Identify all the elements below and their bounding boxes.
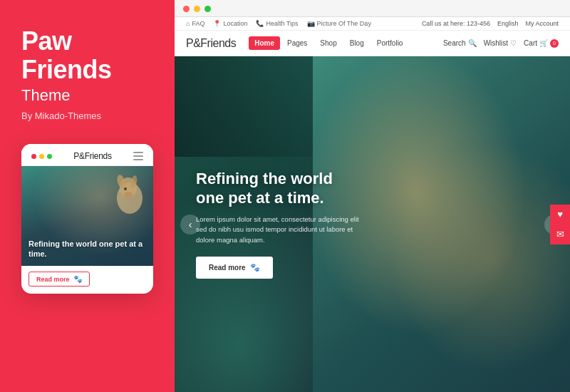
dog-svg <box>108 173 147 244</box>
language-selector[interactable]: English <box>497 20 519 27</box>
browser-dot-yellow <box>194 6 200 12</box>
nav-link-blog[interactable]: Blog <box>344 36 370 50</box>
phone-icon: 📞 <box>256 20 264 27</box>
svg-point-5 <box>124 192 133 197</box>
mobile-preview: P&Friends Refining the world one <box>21 144 153 294</box>
mobile-hero-text: Refining the world one pet at a time. <box>21 239 153 267</box>
mobile-read-more-button[interactable]: Read more 🐾 <box>28 272 90 287</box>
side-icons: ♥ ✉ <box>550 205 570 244</box>
chevron-left-icon: ‹ <box>189 219 192 230</box>
mobile-dog-image <box>108 173 147 244</box>
hero-paw-icon: 🐾 <box>250 263 260 272</box>
wishlist-label: Wishlist <box>484 39 508 47</box>
search-group[interactable]: Search 🔍 <box>443 39 477 47</box>
cart-badge: 0 <box>550 39 559 48</box>
wishlist-group[interactable]: Wishlist ♡ <box>484 39 517 47</box>
website-preview: ⌂ FAQ 📍 Location 📞 Health Tips 📷 Picture… <box>175 17 570 392</box>
site-logo[interactable]: P&Friends <box>186 37 236 50</box>
browser-chrome <box>175 0 570 17</box>
right-panel: ⌂ FAQ 📍 Location 📞 Health Tips 📷 Picture… <box>175 0 570 392</box>
location-icon: 📍 <box>213 20 221 27</box>
side-heart-icon[interactable]: ♥ <box>550 205 570 225</box>
slider-prev-button[interactable]: ‹ <box>180 215 200 234</box>
mobile-menu-icon[interactable] <box>133 152 143 160</box>
cart-icon: 🛒 <box>539 39 548 47</box>
hero-read-more-button[interactable]: Read more 🐾 <box>196 257 273 279</box>
search-icon: 🔍 <box>468 39 477 47</box>
left-panel: Paw Friends Theme By Mikado-Themes P&Fri… <box>0 0 175 392</box>
mobile-hero-title: Refining the world one pet at a time. <box>28 239 146 259</box>
nav-link-pages[interactable]: Pages <box>281 36 313 50</box>
svg-point-4 <box>124 187 127 190</box>
nav-right: Search 🔍 Wishlist ♡ Cart 🛒 0 <box>443 39 559 48</box>
nav-link-portfolio[interactable]: Portfolio <box>371 36 409 50</box>
nav-link-shop[interactable]: Shop <box>314 36 342 50</box>
brand-by: By Mikado-Themes <box>21 110 101 121</box>
utility-health-tips[interactable]: 📞 Health Tips <box>256 20 298 27</box>
hero-content: Refining the world one pet at a time. Lo… <box>175 170 388 279</box>
nav-link-home[interactable]: Home <box>249 36 280 50</box>
mobile-cta-area: Read more 🐾 <box>28 272 146 287</box>
utility-location[interactable]: 📍 Location <box>213 20 247 27</box>
hero-description: Lorem ipsum dolor sit amet, consectetur … <box>196 215 367 245</box>
browser-dot-green <box>204 6 211 12</box>
call-us-text: Call us at here: 123-456 <box>422 20 490 27</box>
mobile-paw-icon: 🐾 <box>73 275 82 283</box>
mobile-traffic-lights <box>31 154 52 159</box>
utility-faq[interactable]: ⌂ FAQ <box>186 20 204 27</box>
utility-picture-day[interactable]: 📷 Picture Of The Day <box>307 20 371 27</box>
search-label: Search <box>443 39 466 47</box>
my-account-link[interactable]: My Account <box>525 20 559 27</box>
mobile-dot-red <box>31 154 36 159</box>
home-icon: ⌂ <box>186 20 190 27</box>
side-mail-icon[interactable]: ✉ <box>550 225 570 244</box>
mobile-dot-green <box>47 154 52 159</box>
heart-icon: ♡ <box>510 39 517 47</box>
hero-section: ‹ Refining the world one pet at a time. … <box>175 56 570 392</box>
mobile-chrome-bar: P&Friends <box>21 144 153 166</box>
cart-group[interactable]: Cart 🛒 0 <box>524 39 559 48</box>
mobile-hero: Refining the world one pet at a time. <box>21 166 153 266</box>
mobile-dot-yellow <box>39 154 44 159</box>
brand-title: Paw Friends <box>21 27 112 83</box>
utility-left: ⌂ FAQ 📍 Location 📞 Health Tips 📷 Picture… <box>186 20 371 27</box>
camera-icon: 📷 <box>307 20 315 27</box>
mobile-logo: P&Friends <box>73 151 111 161</box>
nav-bar: P&Friends Home Pages Shop Blog Portfolio… <box>175 31 570 56</box>
nav-links: Home Pages Shop Blog Portfolio <box>249 36 443 50</box>
hero-title: Refining the world one pet at a time. <box>196 170 367 207</box>
theme-label: Theme <box>21 86 70 105</box>
utility-bar: ⌂ FAQ 📍 Location 📞 Health Tips 📷 Picture… <box>175 17 570 31</box>
utility-right: Call us at here: 123-456 English My Acco… <box>422 20 559 27</box>
cart-label: Cart <box>524 39 537 47</box>
browser-dot-red <box>183 6 190 12</box>
